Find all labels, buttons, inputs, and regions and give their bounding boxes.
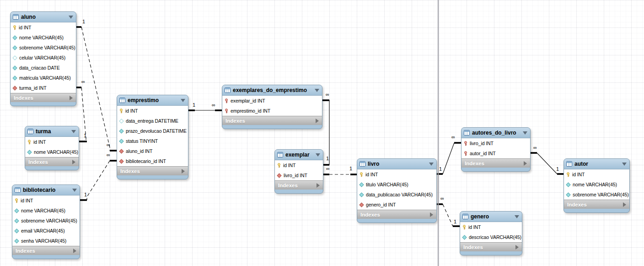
collapse-arrow-icon[interactable] bbox=[69, 16, 73, 19]
table-exemplar[interactable]: exemplarid INTlivro_id INTIndexes bbox=[274, 149, 323, 194]
relationship-line[interactable] bbox=[87, 161, 110, 200]
column-row[interactable]: id INT bbox=[11, 22, 76, 33]
eer-diagram-canvas[interactable]: 1∞∞1∞11∞∞1∞11∞∞1∞1 alunoid INTnome VARCH… bbox=[0, 0, 644, 266]
indexes-bar[interactable]: Indexes bbox=[564, 200, 629, 209]
indexes-bar[interactable]: Indexes bbox=[462, 158, 530, 168]
column-row[interactable]: exemplar_id INT bbox=[222, 96, 322, 106]
table-header[interactable]: autores_do_livro bbox=[462, 128, 530, 138]
table-bibliotecario[interactable]: bibliotecarioid INTnome VARCHAR(45)sobre… bbox=[12, 185, 80, 259]
collapse-arrow-icon[interactable] bbox=[72, 189, 77, 192]
column-row[interactable]: nome VARCHAR(45) bbox=[25, 147, 79, 157]
column-row[interactable]: aluno_id INT bbox=[117, 146, 188, 156]
column-row[interactable]: autor_id INT bbox=[462, 148, 530, 158]
column-row[interactable]: nome VARCHAR(45) bbox=[12, 206, 80, 216]
expand-arrow-icon[interactable] bbox=[316, 119, 319, 123]
table-header[interactable]: genero bbox=[460, 212, 522, 222]
table-header[interactable]: exemplares_do_emprestimo bbox=[222, 85, 322, 96]
relationship-line[interactable] bbox=[443, 143, 454, 174]
collapse-arrow-icon[interactable] bbox=[316, 153, 320, 157]
table-header[interactable]: exemplar bbox=[275, 150, 323, 160]
column-label: id INT bbox=[19, 25, 31, 30]
expand-arrow-icon[interactable] bbox=[73, 249, 76, 253]
expand-arrow-icon[interactable] bbox=[524, 161, 527, 166]
column-row[interactable]: livro_id INT bbox=[275, 170, 323, 180]
table-turma[interactable]: turmaid INTnome VARCHAR(45)Indexes bbox=[25, 126, 79, 170]
column-row[interactable]: senha VARCHAR(45) bbox=[12, 236, 80, 246]
relationship-line[interactable] bbox=[443, 204, 453, 226]
column-row[interactable]: livro_id INT bbox=[462, 138, 530, 148]
column-row[interactable]: nome VARCHAR(45) bbox=[11, 33, 76, 43]
table-autor[interactable]: autorid INTnome VARCHAR(45)sobrenome VAR… bbox=[564, 158, 630, 213]
expand-arrow-icon[interactable] bbox=[72, 160, 75, 164]
expand-arrow-icon[interactable] bbox=[515, 245, 519, 250]
column-row[interactable]: data_publicacao VARCHAR(45) bbox=[357, 190, 436, 200]
collapse-arrow-icon[interactable] bbox=[622, 163, 627, 166]
column-row[interactable]: emprestimo_id INT bbox=[222, 106, 322, 116]
table-header[interactable]: autor bbox=[564, 159, 629, 169]
column-label: sobrenome VARCHAR(45) bbox=[21, 218, 77, 223]
indexes-bar[interactable]: Indexes bbox=[460, 242, 522, 251]
expand-arrow-icon[interactable] bbox=[70, 96, 73, 100]
indexes-bar[interactable]: Indexes bbox=[222, 116, 322, 125]
column-row[interactable]: data_criacao DATE bbox=[11, 63, 76, 73]
table-aluno[interactable]: alunoid INTnome VARCHAR(45)sobrenome VAR… bbox=[10, 11, 76, 106]
column-row[interactable]: sobrenome VARCHAR(45) bbox=[11, 43, 76, 53]
collapse-arrow-icon[interactable] bbox=[315, 89, 319, 92]
expand-arrow-icon[interactable] bbox=[430, 212, 433, 217]
relationship-livro-autores_do_livro: 1∞ bbox=[437, 134, 461, 174]
collapse-arrow-icon[interactable] bbox=[181, 99, 185, 102]
indexes-bar[interactable]: Indexes bbox=[357, 210, 436, 219]
table-emprestimo[interactable]: emprestimoid INTdata_entrega DATETIMEpra… bbox=[117, 95, 188, 179]
notnull-diamond-icon bbox=[14, 208, 19, 213]
table-genero[interactable]: generoid INTdescricao VARCHAR(45)Indexes bbox=[460, 211, 522, 255]
column-row[interactable]: id INT bbox=[275, 160, 323, 170]
expand-arrow-icon[interactable] bbox=[623, 202, 626, 207]
collapse-arrow-icon[interactable] bbox=[523, 131, 527, 135]
indexes-bar[interactable]: Indexes bbox=[12, 246, 80, 255]
column-row[interactable]: sobrenome VARCHAR(45) bbox=[564, 190, 629, 200]
table-autores_do_livro[interactable]: autores_do_livrolivro_id INTautor_id INT… bbox=[461, 127, 531, 172]
column-row[interactable]: id INT bbox=[564, 169, 629, 179]
expand-arrow-icon[interactable] bbox=[182, 169, 185, 174]
column-row[interactable]: genero_id INT bbox=[357, 200, 436, 210]
column-row[interactable]: descricao VARCHAR(45) bbox=[460, 232, 522, 242]
column-row[interactable]: data_entrega DATETIME bbox=[117, 116, 188, 126]
column-row[interactable]: turma_id INT bbox=[11, 83, 76, 93]
collapse-arrow-icon[interactable] bbox=[515, 215, 519, 218]
column-row[interactable]: celular VARCHAR(45) bbox=[11, 53, 76, 63]
relationship-line[interactable] bbox=[81, 87, 86, 141]
column-row[interactable]: id INT bbox=[460, 222, 522, 232]
indexes-bar[interactable]: Indexes bbox=[275, 180, 323, 190]
column-row[interactable]: email VARCHAR(45) bbox=[12, 226, 80, 236]
table-livro[interactable]: livroid INTtitulo VARCHAR(45)data_public… bbox=[357, 158, 437, 223]
column-row[interactable]: id INT bbox=[25, 137, 79, 147]
table-header[interactable]: bibliotecario bbox=[12, 185, 80, 195]
notnull-diamond-icon bbox=[14, 218, 19, 223]
expand-arrow-icon[interactable] bbox=[317, 183, 320, 188]
column-row[interactable]: matricula VARCHAR(45) bbox=[11, 73, 76, 83]
indexes-bar[interactable]: Indexes bbox=[11, 93, 76, 102]
column-row[interactable]: nome VARCHAR(45) bbox=[564, 179, 629, 190]
table-title: autores_do_livro bbox=[472, 130, 521, 136]
table-header[interactable]: turma bbox=[25, 126, 79, 137]
collapse-arrow-icon[interactable] bbox=[71, 130, 76, 133]
primary-key-icon bbox=[12, 25, 17, 30]
table-exemplares_do_emprestimo[interactable]: exemplares_do_emprestimoexemplar_id INTe… bbox=[222, 85, 322, 129]
indexes-bar[interactable]: Indexes bbox=[117, 166, 188, 175]
column-row[interactable]: status TINYINT bbox=[117, 136, 188, 146]
table-header[interactable]: livro bbox=[357, 159, 436, 169]
primary-key-icon bbox=[359, 172, 364, 177]
column-row[interactable]: bibliotecario_id INT bbox=[117, 156, 188, 166]
column-row[interactable]: prazo_devolucao DATETIME bbox=[117, 126, 188, 136]
collapse-arrow-icon[interactable] bbox=[429, 163, 434, 166]
table-header[interactable]: aluno bbox=[11, 12, 76, 22]
foreign-key-diamond-icon bbox=[119, 159, 124, 164]
column-row[interactable]: id INT bbox=[357, 169, 436, 179]
indexes-bar[interactable]: Indexes bbox=[25, 157, 79, 166]
column-row[interactable]: titulo VARCHAR(45) bbox=[357, 179, 436, 190]
column-row[interactable]: id INT bbox=[12, 195, 80, 206]
relationship-line[interactable] bbox=[537, 153, 557, 174]
table-header[interactable]: emprestimo bbox=[117, 95, 188, 106]
column-row[interactable]: id INT bbox=[117, 106, 188, 116]
column-row[interactable]: sobrenome VARCHAR(45) bbox=[12, 216, 80, 226]
